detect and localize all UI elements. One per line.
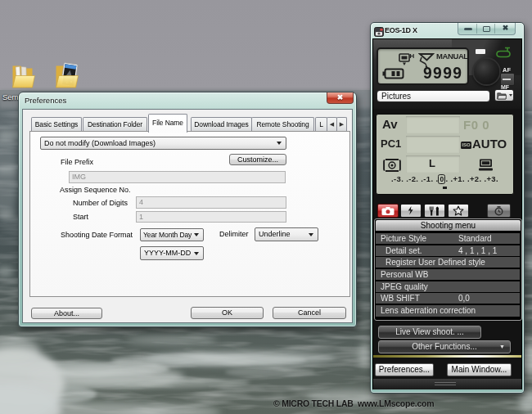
svg-text:H: H bbox=[410, 52, 415, 60]
